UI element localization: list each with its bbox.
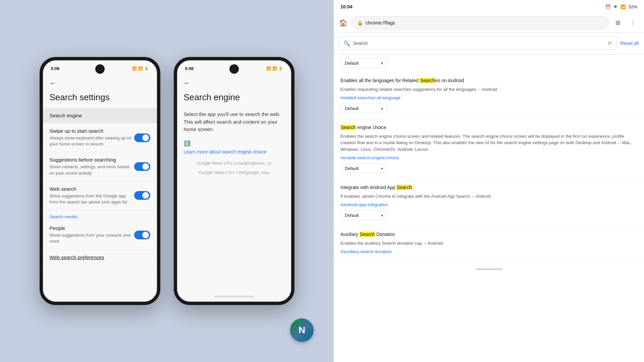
suggestions-title: Suggestions before searching xyxy=(50,157,134,163)
flag1-description: Enables requesting related searches sugg… xyxy=(340,86,637,93)
info-row: ℹ️ xyxy=(177,139,291,148)
chrome-eye-icon: 👁 xyxy=(613,4,618,9)
phone1-status-bar: 5:06 📶 📶 🔋 xyxy=(43,60,157,74)
flag1-dropdown-arrow-icon: ▾ xyxy=(381,106,383,111)
chrome-wifi-icon: 📶 xyxy=(621,4,626,9)
phone-2: 5:06 📶 📶 🔋 ← Search engine Select the ap… xyxy=(174,57,294,305)
web-search-desc: Show suggestions from the Google app fro… xyxy=(50,193,134,205)
flag2-link[interactable]: #enable-search-engine-choice xyxy=(340,155,637,160)
flag3-link[interactable]: #android-app-integration xyxy=(340,202,637,207)
back-arrow-icon2[interactable]: ← xyxy=(184,79,191,87)
swipe-toggle[interactable] xyxy=(134,133,150,142)
phone1-content: ← Search settings Search engine Swipe up… xyxy=(43,74,157,302)
chrome-time: 10:04 xyxy=(340,4,353,9)
flag3-highlight: Search xyxy=(396,185,412,190)
flag-related-searches: Enables all the languages for Related Se… xyxy=(334,72,644,119)
search-input-container[interactable]: 🔍 Search ✕ xyxy=(339,37,616,50)
chrome-section: 10:04 ⏰ 👁 📶 52% 🏠 🔒 chrome://flags ⊞ ⋮ 🔍… xyxy=(334,0,644,362)
suggestions-toggle[interactable] xyxy=(134,162,150,171)
search-input[interactable]: Search xyxy=(353,41,604,46)
swipe-desc: Always show keyboard after swiping up on… xyxy=(50,135,134,147)
phone2-description: Select the app you'll use to search the … xyxy=(177,108,291,139)
search-clear-button[interactable]: ✕ xyxy=(607,40,612,47)
settings-item-web-prefs[interactable]: Web search preferences xyxy=(43,250,157,265)
settings-item-people[interactable]: People Show suggestions from your contac… xyxy=(43,221,157,249)
flag4-link[interactable]: #auxiliary-search-donation xyxy=(340,249,637,254)
menu-button[interactable]: ⋮ xyxy=(627,18,639,28)
phone2-time: 5:06 xyxy=(185,66,194,71)
flag2-title: Search engine choice xyxy=(340,124,637,131)
settings-item-search-engine[interactable]: Search engine xyxy=(43,108,157,123)
people-item-header: People Show suggestions from your contac… xyxy=(50,225,150,244)
search-engine-title: Search engine xyxy=(50,113,150,118)
phone2-status-bar: 5:06 📶 📶 🔋 xyxy=(177,60,291,74)
phone2-notch xyxy=(229,64,239,74)
chrome-alarm-icon: ⏰ xyxy=(605,4,611,9)
people-item-left: People Show suggestions from your contac… xyxy=(50,225,134,244)
phone2-home-indicator xyxy=(214,296,254,298)
signal-icon2: 📶 xyxy=(272,66,277,71)
flag1-highlight: Search xyxy=(420,78,435,83)
phone1-title: Search settings xyxy=(43,89,157,108)
suggestions-item-header: Suggestions before searching Show contac… xyxy=(50,157,150,176)
web-search-title: Web search xyxy=(50,186,134,192)
people-toggle[interactable] xyxy=(134,231,150,239)
wifi-icon: 📶 xyxy=(132,66,137,71)
home-button[interactable]: 🏠 xyxy=(339,19,347,27)
top-dropdown-arrow-icon: ▾ xyxy=(381,61,383,66)
scroll-indicator xyxy=(476,268,502,270)
swipe-item-header: Swipe up to start search Always show key… xyxy=(50,128,150,147)
phone-1: 5:06 📶 📶 🔋 ← Search settings Search engi… xyxy=(40,57,160,305)
suggestions-item-left: Suggestions before searching Show contac… xyxy=(50,157,134,176)
phones-section: 5:06 📶 📶 🔋 ← Search settings Search engi… xyxy=(0,0,334,362)
settings-item-suggestions[interactable]: Suggestions before searching Show contac… xyxy=(43,152,157,181)
address-url: chrome://flags xyxy=(366,20,395,25)
phone2-title: Search engine xyxy=(177,89,291,108)
flag-auxiliary-search: Auxiliary Search Donation Enables the au… xyxy=(334,226,644,263)
people-desc: Show suggestions from your contacts and … xyxy=(50,232,134,244)
chrome-battery-text: 52% xyxy=(629,4,637,9)
address-bar[interactable]: 🔒 chrome://flags xyxy=(352,16,609,29)
swipe-item-left: Swipe up to start search Always show key… xyxy=(50,128,134,147)
flag3-dropdown-value: Default xyxy=(345,213,359,218)
phone1-header: ← xyxy=(43,74,157,89)
flag2-dropdown-value: Default xyxy=(345,166,359,171)
web-prefs-title: Web search preferences xyxy=(50,254,150,260)
signal-icon: 📶 xyxy=(138,66,143,71)
settings-item-swipe[interactable]: Swipe up to start search Always show key… xyxy=(43,123,157,152)
battery-icon: 🔋 xyxy=(144,66,149,71)
flag-search-engine-choice: Search engine choice Enables the search … xyxy=(334,119,644,179)
phones-wrapper: 5:06 📶 📶 🔋 ← Search settings Search engi… xyxy=(13,13,320,349)
flag3-dropdown[interactable]: Default ▾ xyxy=(340,210,387,220)
flag2-dropdown-arrow-icon: ▾ xyxy=(381,166,383,171)
info-icon: ℹ️ xyxy=(184,140,191,146)
browser-toolbar: 🏠 🔒 chrome://flags ⊞ ⋮ xyxy=(334,13,644,33)
flag2-description: Enables the search engine choice screen … xyxy=(340,133,637,153)
top-flag-dropdown[interactable]: Default ▾ xyxy=(340,58,387,68)
back-arrow-icon[interactable]: ← xyxy=(50,79,56,87)
flags-content: Default ▾ Enables all the languages for … xyxy=(334,54,644,362)
flag3-description: If enabled, allows Chrome to integrate w… xyxy=(340,193,637,200)
people-title: People xyxy=(50,225,134,231)
neovim-icon[interactable]: N xyxy=(290,318,314,342)
chrome-status-bar: 10:04 ⏰ 👁 📶 52% xyxy=(334,0,644,13)
tab-switcher-button[interactable]: ⊞ xyxy=(613,18,623,28)
flag1-link[interactable]: #related-searches-all-language xyxy=(340,95,637,100)
flag4-description: Enables the auxiliary Search donation ca… xyxy=(340,240,637,247)
flag2-dropdown[interactable]: Default ▾ xyxy=(340,164,387,173)
phone2-content: ← Search engine Select the app you'll us… xyxy=(177,74,291,293)
learn-more-link[interactable]: Learn more about search engine choice xyxy=(177,148,291,159)
search-results-label: Search results xyxy=(43,210,157,221)
flag1-dropdown[interactable]: Default ▾ xyxy=(340,104,387,113)
flag2-highlight: Search xyxy=(340,125,356,130)
reset-all-button[interactable]: Reset all xyxy=(621,41,639,46)
top-dropdown-container: Default ▾ xyxy=(334,54,644,72)
top-dropdown-value: Default xyxy=(345,61,359,66)
suggestions-desc: Show contacts, settings, and more based … xyxy=(50,164,134,176)
flag1-dropdown-value: Default xyxy=(345,106,359,111)
flag3-dropdown-arrow-icon: ▾ xyxy=(381,213,383,218)
web-search-toggle[interactable] xyxy=(134,191,150,200)
flag1-title: Enables all the languages for Related Se… xyxy=(340,77,637,84)
settings-item-web-search[interactable]: Web search Show suggestions from the Goo… xyxy=(43,181,157,210)
flags-search-bar: 🔍 Search ✕ Reset all xyxy=(334,33,644,54)
